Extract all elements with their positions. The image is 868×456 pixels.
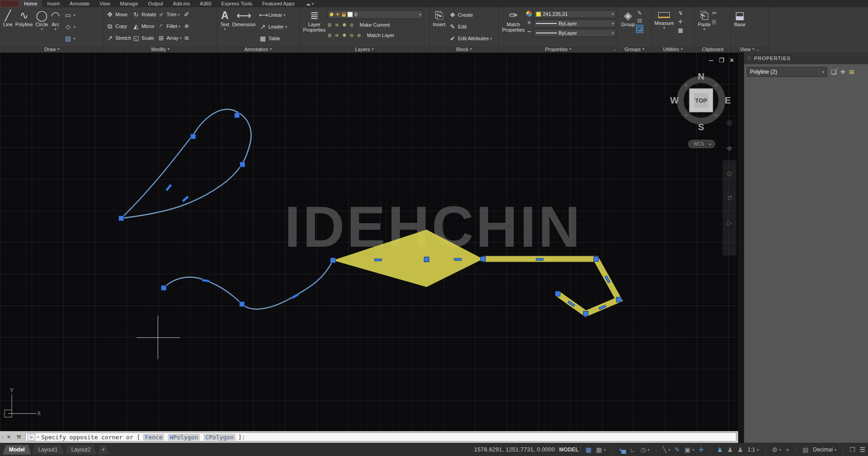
polar-tracking-icon[interactable]: ◷ [640,446,646,453]
annotation-scale-value[interactable]: 1:1 [748,447,755,453]
group-button[interactable]: ◈ Group [620,9,636,28]
minimize-icon[interactable]: ─ [708,57,713,64]
chevron-down-icon[interactable]: ▾ [835,448,836,452]
match-properties-button[interactable]: ✑ Match Properties [501,9,526,33]
hatch-button[interactable]: ▨ ▾ [64,33,76,43]
text-button[interactable]: A Text ▾ [219,9,231,32]
application-button[interactable] [0,0,19,7]
command-option-fence[interactable]: Fence [143,434,164,441]
quick-select-icon[interactable]: ⊞ [849,68,854,75]
layer-properties-button[interactable]: ≣ Layer Properties [301,9,327,33]
clean-screen-icon[interactable]: ❒ [849,446,855,453]
grip-square[interactable] [161,286,166,291]
panel-label-utilities[interactable]: Utilities▾ [651,45,694,52]
object-snap-icon[interactable]: ✎ [674,446,680,453]
ribbon-display-menu[interactable]: ☁ ▾ [306,0,313,7]
copy-clip-icon[interactable]: ⎘ [712,19,716,25]
edit-attributes-button[interactable]: ✔ Edit Attributes ▾ [449,33,492,43]
explode-button[interactable]: ✳ [183,21,191,31]
leader-button[interactable]: ↗ Leader ▾ [259,22,287,32]
grip-dash[interactable] [536,259,543,261]
grip-square[interactable] [424,257,429,262]
erase-button[interactable]: ✐ [183,9,191,19]
new-layout-button[interactable]: + [98,445,109,455]
grip-square[interactable] [617,297,621,302]
selection-type-combo[interactable]: Polyline (2) ▾ [747,67,827,77]
ortho-mode-icon[interactable]: ∟ [630,446,636,453]
color-wheel-icon[interactable] [526,11,532,17]
tab-annotate[interactable]: Annotate [65,0,95,7]
object-color-combo[interactable]: 241,235,31 ▾ [534,10,616,18]
group-edit-icon[interactable]: ✎ [636,10,643,16]
command-option-cpolygon[interactable]: CPolygon [204,434,236,441]
units-ruler-icon[interactable]: ▤ [802,446,808,453]
circle-button[interactable]: ◯ Circle ▾ [34,9,49,32]
cut-icon[interactable]: ✂ [712,10,716,16]
measure-button[interactable]: Measure ▾ [653,9,675,31]
panel-label-groups[interactable]: Groups▾ [618,45,651,52]
mirror-button[interactable]: ◭ Mirror [132,21,156,31]
object-snap-tracking-icon[interactable]: ✛ [698,446,704,453]
linetype-icon[interactable]: ┅ [526,28,532,35]
grip-square[interactable] [331,258,336,263]
grip-square[interactable] [235,113,240,118]
viewcube[interactable]: N S W E TOP WCS ▾ [670,71,731,148]
chevron-down-icon[interactable]: ▾ [648,448,650,452]
table-button[interactable]: ▦ Table [259,33,287,43]
panel-label-annotation[interactable]: Annotation▾ [217,45,299,52]
arc-button[interactable]: ◠ Arc ▾ [49,9,61,32]
grip-square[interactable] [481,257,486,262]
recent-commands-icon[interactable]: ▾ [37,435,39,439]
navigation-bar-icons[interactable]: ◎ ✥ ⊙ ↻ ▷ [726,118,734,235]
tab-a360[interactable]: A360 [195,0,217,7]
restore-icon[interactable]: ❐ [719,57,724,64]
toggle-pickadd-icon[interactable]: ❏+ [831,68,837,75]
grip-square[interactable] [240,302,245,307]
make-current-button[interactable]: ≣ ≋ ✱ ⊜ Make Current [327,20,428,29]
offset-button[interactable]: ≋ [183,33,191,43]
linear-button[interactable]: ⟷ Linear ▾ [259,10,287,20]
snap-mode-icon[interactable]: ▦ [596,446,602,453]
tab-manage[interactable]: Manage [115,0,143,7]
point-style-icon[interactable]: ✛ [678,19,683,25]
chevron-down-icon[interactable]: ▾ [604,448,606,452]
grip-dash[interactable] [202,279,210,282]
grip-square[interactable] [240,162,245,167]
scale-button[interactable]: ◱ Scale [132,33,156,43]
tab-layout1[interactable]: Layout1 [32,445,64,455]
paste-button[interactable]: ⎗ Paste ▾ [697,9,712,32]
group-name-icon[interactable]: ⊟ [636,18,643,24]
chevron-down-icon[interactable]: ▾ [779,448,781,452]
stretch-button[interactable]: ↗ Stretch [106,33,131,43]
panel-label-properties[interactable]: Properties▾ [499,45,617,52]
command-prompt-icon[interactable]: ≻ [28,433,35,441]
quick-calc-icon[interactable]: ▦ [678,27,683,33]
grip-dash[interactable] [375,259,382,261]
grip-square[interactable] [191,134,196,139]
panel-label-clipboard[interactable]: Clipboard [695,45,730,52]
viewcube-west[interactable]: W [670,95,679,105]
annotation-visibility-icon[interactable]: ♟ [717,446,723,453]
command-grip-icon[interactable]: ⁞⁞ [2,435,3,440]
command-option-wpolygon[interactable]: WPolygon [168,434,200,441]
chevron-down-icon[interactable]: ▾ [757,448,759,452]
panel-label-draw[interactable]: Draw▾ [0,45,104,52]
polyline-button[interactable]: ∿ Polyline [14,9,34,28]
grip-dash[interactable] [454,259,461,261]
rotate-button[interactable]: ↻ Rotate [132,9,156,19]
select-objects-icon[interactable]: ✛ [840,68,846,75]
command-input[interactable]: ≻ ▾ Specify opposite corner or [FenceWPo… [25,432,736,442]
viewcube-top-label[interactable]: TOP [695,97,707,104]
grip-dash[interactable] [292,293,299,299]
dynamic-input-icon[interactable]: +▄ [619,446,625,453]
array-button[interactable]: ⊞ Array ▾ [157,33,181,43]
annotation-monitor-icon[interactable]: + [786,446,789,453]
grid-display-icon[interactable]: ▦ [585,446,591,453]
panel-launcher-icon[interactable]: ⌄ [756,47,760,52]
units-value[interactable]: Decimal [813,447,833,453]
tab-output[interactable]: Output [143,0,168,7]
tab-express-tools[interactable]: Express Tools [216,0,257,7]
object-snap-3d-icon[interactable]: ▣ [684,446,690,453]
viewcube-north[interactable]: N [698,71,704,81]
line-button[interactable]: ╱ Line [2,9,14,28]
